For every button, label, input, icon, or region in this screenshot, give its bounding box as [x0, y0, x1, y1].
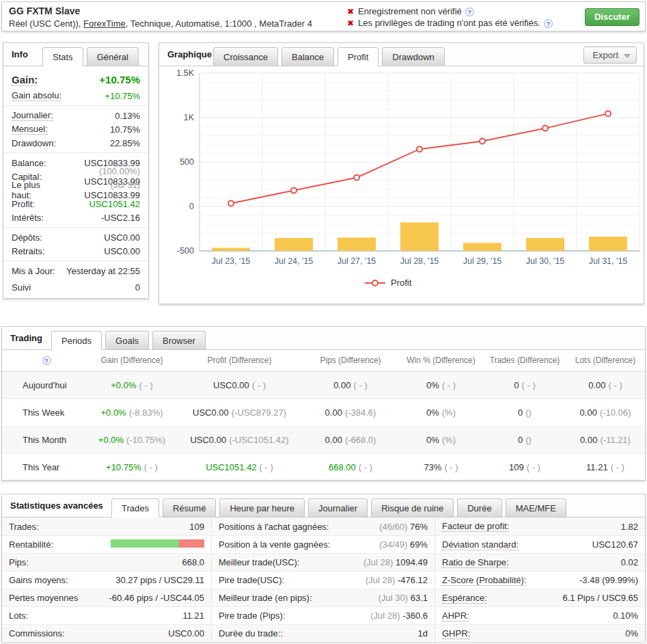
trading-cell: 0( - ) [484, 380, 566, 390]
export-button[interactable]: Export [583, 46, 637, 64]
loss-portion [179, 539, 204, 548]
profitability-bar [111, 539, 204, 550]
tab-browser[interactable]: Browser [152, 331, 206, 350]
warning-text: Les privilèges de trading n'ont pas été … [358, 18, 540, 28]
tab-balance[interactable]: Balance [281, 47, 334, 66]
period-label: This Year [2, 462, 87, 472]
tab-periods[interactable]: Periods [51, 331, 102, 350]
tab-daily[interactable]: Journalier [308, 498, 368, 518]
tab-hourly[interactable]: Heure par heure [219, 498, 305, 518]
stat-row: Déviation standard:USC120.67 [435, 535, 645, 553]
tab-profit[interactable]: Profit [338, 47, 378, 66]
trading-cell: 0.00(-10.06) [566, 407, 645, 418]
updated-label: Mis à Jour: [12, 266, 55, 276]
stat-prefix: (Jul 30) [378, 593, 411, 603]
tab-general[interactable]: Général [87, 47, 139, 66]
help-icon[interactable]: ? [465, 8, 474, 16]
column-header-trades: Trades (Difference) [484, 355, 566, 365]
stat-row: AHPR:0.10% [435, 606, 645, 624]
stat-label: Espérance: [442, 593, 487, 604]
stat-row: Commissions:USC0.00 [2, 624, 211, 642]
stat-amount: -3.48 (99.99%) [579, 575, 638, 585]
advanced-stats-panel: Statistiques avancées Trades Résumé Heur… [1, 494, 646, 642]
stat-label: Positions à l'achat gagnées: [219, 522, 329, 532]
interest-value: -USC2.16 [101, 213, 140, 223]
account-type: Réel (USC Cent)), [9, 18, 83, 29]
stat-label: Facteur de profit: [442, 521, 509, 532]
stat-label: Lots: [9, 611, 28, 621]
trading-cell: 0.00(-384.6) [303, 407, 398, 418]
profit-value: USC1051.42 [90, 199, 140, 209]
highest-date: (Jul 31) [111, 180, 140, 190]
monthly-label: Mensuel: [12, 124, 48, 135]
stat-value: 0.02 [621, 557, 638, 567]
stat-row: Z-Score (Probabilité):-3.48 (99.99%) [435, 571, 645, 589]
trading-cell: +0.0%(-10.75%) [87, 435, 176, 445]
stat-label: Déviation standard: [442, 539, 519, 550]
broker-link[interactable]: ForexTime [83, 18, 126, 29]
red-cross-icon: ✖ [347, 18, 354, 28]
discuss-button[interactable]: Discuter [585, 8, 639, 26]
stat-row: Meilleur trade (en pips):(Jul 30) 63.1 [212, 589, 435, 606]
chart-panel-title: Graphique [167, 49, 212, 59]
stat-label: AHPR: [442, 611, 469, 621]
tab-trades[interactable]: Trades [111, 498, 159, 518]
trading-table-body: Aujourd'hui+0.0%( - )USC0.00( - )0.00( -… [2, 371, 645, 481]
svg-text:Jul 27, '15: Jul 27, '15 [338, 256, 376, 266]
tab-resume[interactable]: Résumé [163, 498, 216, 518]
trading-cell: +10.75%( - ) [87, 462, 176, 472]
stat-amount: 30.27 pips / USC29.11 [115, 575, 204, 585]
info-panel-header: Info Stats Général [3, 43, 148, 66]
stats-panel-header: Statistiques avancées Trades Résumé Heur… [2, 494, 645, 518]
svg-text:500: 500 [180, 157, 194, 167]
stat-amount: 69% [410, 539, 428, 550]
svg-text:-500: -500 [177, 246, 194, 256]
stat-value: (34/49) 69% [379, 539, 428, 550]
stat-value: USC120.67 [592, 539, 638, 550]
tab-drawdown[interactable]: Drawdown [382, 47, 444, 66]
trading-cell: +0.0%(-8.83%) [87, 407, 176, 418]
red-cross-icon: ✖ [347, 7, 354, 16]
stat-label: Meilleur trade(USC): [219, 557, 299, 567]
stat-value: (46/60) 76% [379, 522, 428, 532]
tab-stats[interactable]: Stats [42, 47, 83, 66]
stat-label: Trades: [9, 522, 39, 532]
stat-row: Trades:109 [2, 518, 211, 535]
tab-duration[interactable]: Durée [457, 498, 501, 518]
stat-amount: 668.0 [182, 557, 204, 567]
svg-text:Jul 24, '15: Jul 24, '15 [275, 256, 314, 266]
highest-label: Le plus haut: [12, 180, 59, 200]
trading-panel-title: Trading [10, 333, 42, 343]
tab-goals[interactable]: Goals [105, 331, 149, 350]
stat-row: GHPR:0% [435, 624, 645, 642]
stat-amount: 0.10% [613, 611, 638, 621]
column-header-profit: Profit (Difference) [176, 355, 303, 365]
trading-cell: 0%( - ) [398, 380, 484, 390]
trading-row: This Month+0.0%(-10.75%)USC0.00(-USC1051… [2, 426, 645, 453]
trading-cell: USC0.00(-USC879.27) [176, 407, 303, 418]
tab-croissance[interactable]: Croissance [213, 47, 278, 66]
stat-amount: -360.6 [402, 611, 428, 621]
tab-risk-of-ruin[interactable]: Risque de ruine [371, 498, 454, 518]
warning-privileges: ✖Les privilèges de trading n'ont pas été… [347, 17, 553, 29]
trading-cell: 109( - ) [484, 462, 566, 472]
help-icon[interactable]: ? [544, 19, 553, 28]
monthly-value: 10.75% [110, 124, 140, 135]
stats-panel-title: Statistiques avancées [10, 500, 103, 511]
stat-value: 11.21 [182, 611, 204, 621]
stat-value: 109 [189, 522, 204, 532]
period-label: This Week [2, 407, 87, 418]
stat-row: Pips:668.0 [2, 553, 211, 571]
deposits-label: Dépôts: [12, 232, 42, 243]
svg-text:Jul 31, '15: Jul 31, '15 [589, 256, 628, 266]
stat-label: Durée du trade:: [219, 628, 283, 639]
stat-label: Z-Score (Probabilité): [442, 575, 527, 586]
account-header: GG FXTM Slave Réel (USC Cent)), ForexTim… [1, 1, 646, 31]
column-header-pips: Pips (Difference) [303, 355, 398, 365]
stat-value: 0.10% [613, 611, 638, 621]
stat-value: 668.0 [182, 557, 204, 567]
withdrawals-label: Retraits: [12, 246, 44, 256]
help-icon[interactable]: ? [42, 356, 51, 365]
account-details: , Technique, Automatisé, 1:1000 , MetaTr… [126, 18, 312, 29]
tab-mae-mfe[interactable]: MAE/MFE [506, 498, 566, 518]
